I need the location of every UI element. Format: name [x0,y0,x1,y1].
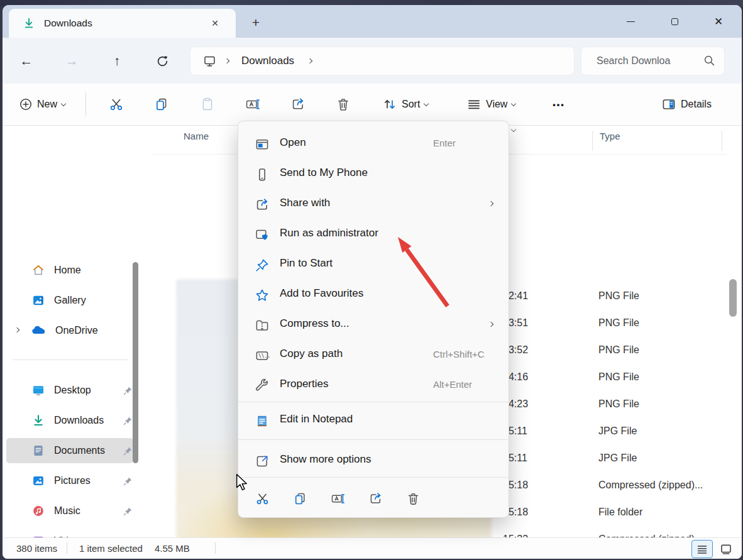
search-box[interactable] [581,47,724,75]
new-button[interactable]: New [13,91,72,118]
items-count: 380 items [16,543,57,554]
chevron-down-icon [511,101,516,106]
desktop-icon [31,383,45,397]
chevron-down-icon [424,101,429,106]
view-button[interactable]: View [461,91,520,118]
vertical-scrollbar[interactable] [729,279,737,317]
menu-rename-button[interactable] [324,485,351,512]
open-icon [255,137,270,152]
menu-item-add-to-favourites[interactable]: Add to Favourites [241,280,507,310]
back-button[interactable]: ← [16,50,37,72]
menu-share-button[interactable] [361,485,389,512]
rename-icon [245,97,260,112]
address-bar[interactable]: Downloads [190,47,574,75]
downloads-icon [23,17,35,30]
menu-item-send-to-phone[interactable]: Send to My Phone [241,159,507,189]
context-menu: OpenEnter Send to My Phone Share with Ru… [238,121,509,518]
breadcrumb-downloads[interactable]: Downloads [241,55,294,67]
pin-icon [123,476,133,486]
menu-item-pin-to-start[interactable]: Pin to Start [241,250,507,280]
admin-shield-icon [255,228,270,243]
command-bar: New Sort View ••• [3,84,742,126]
maximize-button[interactable] [660,5,689,38]
search-input[interactable] [597,47,703,75]
status-bar: 380 items 1 item selected 4.55 MB [3,537,742,559]
file-explorer-window: Downloads ✕ + ✕ ← → ↑ Downloads [3,5,742,559]
new-tab-button[interactable]: + [247,14,265,31]
menu-delete-button[interactable] [399,485,427,512]
pin-icon [123,386,133,395]
notepad-icon [255,414,270,429]
phone-icon [255,167,270,182]
copy-icon [154,97,169,112]
paste-button[interactable] [192,91,223,118]
copy-as-path-icon: \\.. [255,348,270,363]
svg-text:\\..: \\.. [258,353,270,359]
column-header-type[interactable]: Type [600,131,620,141]
share-icon [255,197,270,212]
details-view-toggle[interactable] [691,540,713,558]
details-pane-button[interactable]: Details [656,91,721,118]
menu-item-share-with[interactable]: Share with [241,189,507,219]
menu-item-properties[interactable]: PropertiesAlt+Enter [241,370,507,400]
forward-button[interactable]: → [61,50,82,72]
tab-close-icon[interactable]: ✕ [208,16,222,30]
sidebar-item-desktop[interactable]: Desktop [6,378,133,403]
pin-outline-icon [255,258,270,273]
gallery-icon [31,294,45,307]
menu-cut-button[interactable] [248,485,276,512]
downloads-icon [31,414,45,427]
selection-size: 4.55 MB [155,543,190,554]
thumbnail-view-toggle[interactable] [715,540,737,558]
documents-icon [31,444,45,458]
cut-icon [109,97,124,112]
up-button[interactable]: ↑ [106,50,128,72]
pin-icon [123,446,133,456]
sidebar-item-music[interactable]: Music [6,498,133,524]
details-pane-icon [661,97,676,112]
home-icon [31,263,45,277]
close-button[interactable]: ✕ [704,5,733,38]
menu-item-edit-in-notepad[interactable]: Edit in Notepad [241,405,507,436]
large-icons-view-icon [720,543,732,556]
show-more-options-icon [255,454,270,469]
trash-icon [336,97,351,112]
tab-title: Downloads [44,18,92,29]
sidebar-item-documents[interactable]: Documents [6,438,133,463]
column-header-name[interactable]: Name [184,131,209,141]
menu-copy-button[interactable] [286,485,314,512]
star-outline-icon [255,288,270,303]
sidebar-scrollbar[interactable] [133,262,138,463]
pictures-icon [31,474,45,488]
sidebar-item-downloads[interactable]: Downloads [6,408,133,433]
sidebar-item-pictures[interactable]: Pictures [6,468,133,493]
sort-descending-icon [511,127,516,132]
pin-icon [123,507,133,516]
sidebar-item-onedrive[interactable]: OneDrive [6,318,133,343]
expand-chevron-icon[interactable] [14,327,19,332]
menu-item-copy-as-path[interactable]: \\.. Copy as pathCtrl+Shift+C [241,340,507,370]
menu-item-compress-to[interactable]: Compress to... [241,310,507,340]
explorer-tab[interactable]: Downloads ✕ [9,9,236,38]
minimize-button[interactable] [616,5,645,38]
more-options-button[interactable]: ••• [544,91,573,118]
cut-button[interactable] [101,91,131,118]
share-button[interactable] [283,91,313,118]
breadcrumb-chevron-icon [224,58,229,63]
menu-item-show-more-options[interactable]: Show more options [241,446,507,476]
menu-item-run-as-administrator[interactable]: Run as administrator [241,219,507,250]
pin-icon [123,416,133,425]
chevron-down-icon [61,101,66,106]
copy-button[interactable] [146,91,177,118]
rename-button[interactable] [238,91,268,118]
breadcrumb-chevron-icon[interactable] [307,58,312,63]
refresh-button[interactable] [151,50,173,72]
menu-item-open[interactable]: OpenEnter [241,129,507,159]
share-icon [290,97,305,112]
this-pc-icon [203,55,216,68]
sidebar-item-home[interactable]: Home [6,258,133,283]
delete-button[interactable] [328,91,358,118]
sidebar-item-gallery[interactable]: Gallery [6,288,133,313]
sort-button[interactable]: Sort [377,91,433,118]
search-icon[interactable] [703,55,715,67]
